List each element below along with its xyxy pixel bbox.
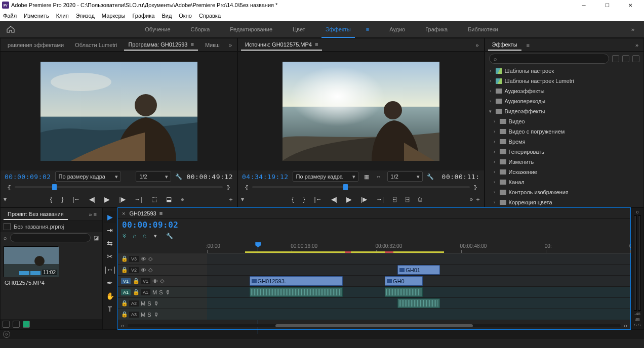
effects-node[interactable]: ›Изменить bbox=[485, 157, 643, 167]
selection-tool-icon[interactable]: ▶ bbox=[104, 211, 116, 223]
close-button[interactable]: ✕ bbox=[619, 0, 642, 10]
clip-v2[interactable]: GH01 bbox=[397, 265, 440, 275]
ws-graphics[interactable]: Графика bbox=[416, 21, 457, 38]
program-viewport[interactable] bbox=[1, 52, 237, 170]
source-ruler[interactable]: ⦃ ⦄ bbox=[238, 183, 484, 192]
program-ruler[interactable]: ⦃ ⦄ bbox=[1, 183, 237, 192]
menu-clip[interactable]: Клип bbox=[56, 13, 69, 19]
menu-edit[interactable]: Изменить bbox=[24, 13, 49, 19]
project-filter-icon[interactable]: ◪ bbox=[94, 235, 99, 241]
export-frame-icon[interactable]: ⎙ bbox=[418, 196, 422, 203]
timeline-ruler[interactable]: :00:0000:00:16:0000:00:32:0000:00:48:000… bbox=[207, 241, 630, 253]
menu-view[interactable]: Вид bbox=[162, 13, 172, 19]
step-back-icon[interactable]: ◀| bbox=[331, 196, 337, 203]
settings-icon[interactable]: 🔧 bbox=[427, 173, 434, 180]
ws-assembly[interactable]: Сборка bbox=[182, 21, 219, 38]
lift-icon[interactable]: ⬚ bbox=[151, 196, 157, 203]
clip-a1b[interactable] bbox=[385, 287, 423, 297]
ws-libraries[interactable]: Библиотеки bbox=[459, 21, 507, 38]
list-view-icon[interactable] bbox=[3, 321, 10, 328]
tab-sequence[interactable]: GH012593 ≡ bbox=[129, 210, 163, 216]
clip-a2[interactable] bbox=[397, 298, 440, 308]
source-tc-in[interactable]: 04:34:19:12 bbox=[242, 173, 289, 181]
zoom-slider[interactable] bbox=[33, 321, 100, 328]
pen-tool-icon[interactable]: ✒ bbox=[104, 277, 116, 289]
ws-effects-grip[interactable]: ≡ bbox=[362, 21, 378, 38]
source-res-select[interactable]: 1/2 bbox=[387, 171, 423, 182]
effects-node[interactable]: ›Аудиопереходы bbox=[485, 96, 643, 106]
maximize-button[interactable]: ☐ bbox=[595, 0, 619, 10]
ws-overflow-icon[interactable]: » bbox=[627, 26, 639, 32]
ripple-tool-icon[interactable]: ⇆ bbox=[104, 237, 116, 249]
menu-help[interactable]: Справка bbox=[199, 13, 221, 19]
source-viewport[interactable] bbox=[238, 52, 484, 170]
marker-tool-icon[interactable]: ▾ bbox=[152, 233, 158, 239]
effects-node[interactable]: ›Шаблоны настроек Lumetri bbox=[485, 76, 643, 86]
step-back-icon[interactable]: ◀| bbox=[89, 196, 95, 203]
type-tool-icon[interactable]: T bbox=[104, 303, 116, 315]
tab-project[interactable]: Проект: Без названия bbox=[4, 209, 68, 220]
razor-tool-icon[interactable]: ✂ bbox=[104, 250, 116, 263]
timeline-tc[interactable]: 00:00:09:02 bbox=[122, 220, 178, 230]
effects-node[interactable]: ›Контроль изображения bbox=[485, 187, 643, 197]
button-editor-icon[interactable]: » ＋ bbox=[470, 195, 484, 204]
settings-icon[interactable]: 🔧 bbox=[165, 233, 175, 239]
freeform-view-icon[interactable] bbox=[23, 321, 30, 328]
tab-mixer[interactable]: Микш bbox=[201, 40, 224, 50]
go-out-icon[interactable]: →| bbox=[376, 196, 384, 203]
magnet-icon[interactable]: ∩ bbox=[133, 233, 137, 239]
program-tc-in[interactable]: 00:00:09:02 bbox=[5, 173, 51, 181]
in-bracket-icon[interactable]: ⦃ bbox=[243, 184, 250, 191]
in-bracket-icon[interactable]: ⦃ bbox=[6, 184, 13, 191]
timeline-hscroll[interactable]: ○○ bbox=[118, 322, 630, 329]
play-icon[interactable]: ▶ bbox=[104, 195, 110, 203]
go-out-icon[interactable]: →| bbox=[135, 196, 142, 203]
ws-audio[interactable]: Аудио bbox=[380, 21, 414, 38]
menu-window[interactable]: Окно bbox=[179, 13, 192, 19]
settings-icon[interactable]: 🔧 bbox=[175, 173, 182, 180]
tab-program[interactable]: Программа: GH012593 ≡ bbox=[124, 39, 197, 51]
step-fwd-icon[interactable]: |▶ bbox=[361, 196, 367, 203]
lock-icon[interactable]: 🔒 bbox=[121, 267, 127, 273]
slip-tool-icon[interactable]: |↔| bbox=[104, 264, 116, 276]
project-overflow-icon[interactable]: » ≡ bbox=[87, 211, 99, 218]
export-frame-icon[interactable]: ● bbox=[181, 196, 184, 203]
menu-sequence[interactable]: Эпизод bbox=[76, 13, 95, 19]
source-video-icon[interactable]: ▦ bbox=[363, 173, 371, 180]
insert-icon[interactable]: ⍇ bbox=[393, 196, 396, 203]
cc-icon[interactable]: ⟳ bbox=[3, 331, 10, 338]
play-icon[interactable]: ▶ bbox=[346, 195, 352, 203]
clip-name[interactable]: GH012575.MP4 bbox=[1, 280, 49, 286]
ws-effects[interactable]: Эффекты bbox=[316, 21, 360, 38]
go-in-icon[interactable]: |← bbox=[314, 196, 322, 203]
linked-selection-icon[interactable]: ⎌ bbox=[143, 233, 146, 239]
out-bracket-icon[interactable]: ⦄ bbox=[472, 184, 479, 191]
effects-node[interactable]: ›Видео bbox=[485, 116, 643, 126]
source-fit-select[interactable]: По размеру кадра bbox=[293, 171, 358, 182]
mark-out-icon[interactable]: } bbox=[303, 196, 305, 203]
timeline-content[interactable]: GH01 GH012593. GH0 bbox=[207, 253, 630, 322]
toggle-output-icon[interactable]: 👁 bbox=[141, 256, 146, 262]
effects-search-input[interactable]: ⌕ bbox=[489, 54, 609, 64]
effects-accel-filter-icon[interactable] bbox=[622, 55, 629, 62]
toggle-output-icon[interactable]: 👁 bbox=[141, 267, 146, 273]
effects-node[interactable]: ›Генерировать bbox=[485, 147, 643, 157]
tab-lumetri-scopes[interactable]: Области Lumetri bbox=[71, 40, 121, 50]
mark-in-icon[interactable]: { bbox=[292, 196, 294, 203]
effects-node[interactable]: ›Искажение bbox=[485, 167, 643, 177]
tab-effect-controls[interactable]: равления эффектами bbox=[4, 40, 68, 50]
project-search-input[interactable] bbox=[10, 233, 91, 242]
ws-editing[interactable]: Редактирование bbox=[221, 21, 281, 38]
ws-learning[interactable]: Обучение bbox=[136, 21, 179, 38]
button-editor-icon[interactable]: ＋ bbox=[228, 195, 237, 204]
minimize-button[interactable]: ─ bbox=[572, 0, 595, 10]
hand-tool-icon[interactable]: ✋ bbox=[104, 290, 116, 302]
program-res-select[interactable]: 1/2 bbox=[136, 171, 171, 182]
effects-preset-filter-icon[interactable] bbox=[612, 55, 619, 62]
source-tabs-overflow-icon[interactable]: » bbox=[473, 42, 480, 48]
mark-in-icon[interactable]: { bbox=[50, 196, 52, 203]
snap-icon[interactable]: ※ bbox=[122, 233, 127, 239]
clip-a1a[interactable] bbox=[250, 287, 343, 297]
step-fwd-icon[interactable]: |▶ bbox=[119, 196, 125, 203]
lock-icon[interactable]: 🔒 bbox=[121, 255, 127, 262]
